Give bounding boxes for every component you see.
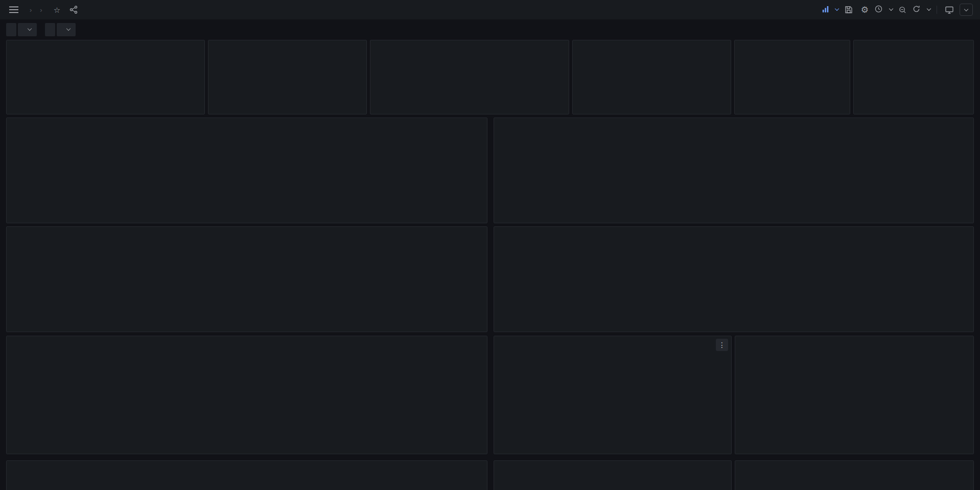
var-cluster (45, 23, 76, 36)
time-series-chart[interactable] (7, 467, 487, 490)
chart-legend (7, 319, 487, 332)
no-data-message (735, 342, 973, 454)
var-datasource (6, 23, 37, 36)
menu-toggle-icon[interactable] (7, 4, 20, 15)
panel-upstream-network-traffic (6, 226, 487, 332)
zoom-out-icon[interactable] (897, 4, 908, 16)
panel-allocated-memory (370, 40, 569, 114)
add-button[interactable] (822, 6, 838, 14)
panel-title[interactable] (494, 461, 731, 467)
panel-title[interactable] (735, 336, 973, 342)
breadcrumb-separator: › (30, 6, 32, 14)
panel-downstream-network-traffic (494, 226, 974, 332)
clock-icon (875, 5, 882, 14)
toolbar-divider (937, 6, 937, 14)
time-series-chart[interactable] (7, 233, 487, 319)
panel-live-servers (6, 40, 205, 114)
chart-legend (7, 211, 487, 223)
panel-upstream-4xx-responses (735, 336, 974, 454)
panel-total-requests (494, 118, 974, 223)
tv-mode-icon[interactable] (943, 4, 955, 16)
live-servers-gauge (62, 49, 149, 107)
panel-unhealthy-clusters (734, 40, 850, 114)
time-series-chart[interactable] (494, 124, 973, 211)
chart-legend (494, 211, 973, 223)
var-cluster-label (45, 23, 55, 36)
panel-downstream-members (6, 460, 487, 490)
var-cluster-select[interactable] (57, 23, 76, 36)
panel-title[interactable] (7, 461, 487, 467)
variables-bar (0, 19, 980, 40)
time-range-picker[interactable] (875, 5, 893, 14)
top-nav-bar: › › ☆ (0, 0, 980, 19)
panel-upstream-3xx-responses (735, 460, 974, 490)
save-dashboard-icon[interactable] (843, 4, 855, 16)
panel-title[interactable] (7, 40, 204, 46)
panel-title[interactable] (854, 40, 973, 46)
panel-avg-uptime (208, 40, 367, 114)
time-series-chart[interactable] (494, 342, 731, 441)
panel-title[interactable] (494, 118, 973, 124)
var-datasource-label (6, 23, 16, 36)
panel-title[interactable] (573, 40, 731, 46)
chart-legend (7, 441, 487, 454)
panel-title[interactable] (208, 40, 366, 46)
panel-title[interactable] (735, 40, 850, 46)
collapse-toolbar-button[interactable] (960, 4, 973, 16)
add-panel-icon (822, 6, 829, 14)
panel-title[interactable] (7, 118, 487, 124)
var-datasource-select[interactable] (18, 23, 37, 36)
panel-title[interactable] (494, 336, 731, 342)
chart-legend (494, 319, 973, 332)
panel-title[interactable] (735, 461, 973, 467)
panel-total-active-connections (6, 118, 487, 223)
panel-upstream-2xx-responses: ⋮ (494, 336, 732, 454)
panel-cluster-state (853, 40, 974, 114)
time-series-chart[interactable] (7, 342, 487, 441)
chart-legend (494, 441, 731, 454)
panel-upstream-5xx-responses (494, 460, 732, 490)
panel-title[interactable] (7, 336, 487, 342)
settings-gear-icon[interactable]: ⚙ (859, 4, 871, 16)
refresh-button[interactable] (913, 5, 930, 14)
panel-title[interactable] (494, 227, 973, 233)
panel-heap-size (572, 40, 731, 114)
breadcrumb-separator: › (40, 6, 42, 14)
time-series-chart[interactable] (494, 233, 973, 319)
favorite-star-icon[interactable]: ☆ (52, 4, 62, 16)
time-series-chart[interactable] (7, 124, 487, 211)
breadcrumb: › › (26, 6, 46, 14)
panel-title[interactable] (370, 40, 569, 46)
panel-title[interactable] (7, 227, 487, 233)
grafana-dashboard: › › ☆ (0, 0, 980, 490)
share-icon[interactable] (67, 4, 80, 16)
refresh-icon (913, 5, 920, 14)
panel-upstream-latency (6, 336, 487, 454)
